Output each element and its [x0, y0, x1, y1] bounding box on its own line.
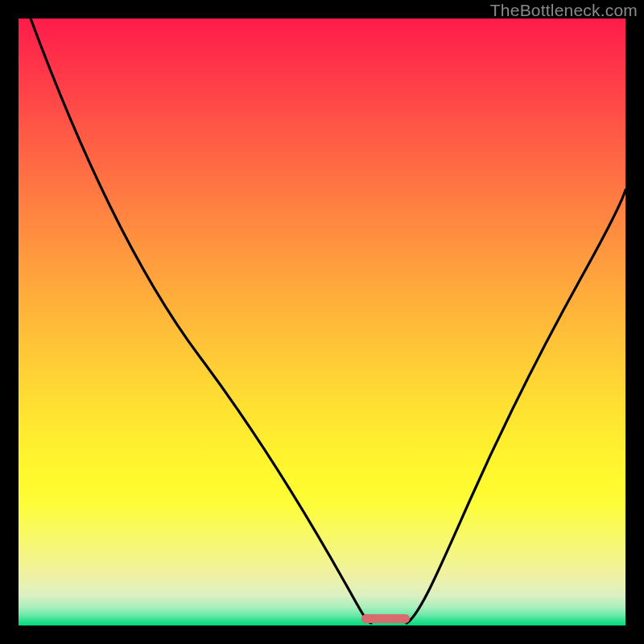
plot-area [19, 19, 625, 625]
optimal-range-marker [361, 614, 410, 623]
chart-frame: TheBottleneck.com [0, 0, 644, 644]
bottleneck-curve [19, 19, 625, 625]
curve-right-branch [407, 190, 625, 623]
curve-left-branch [31, 19, 371, 623]
watermark-text: TheBottleneck.com [490, 1, 638, 20]
